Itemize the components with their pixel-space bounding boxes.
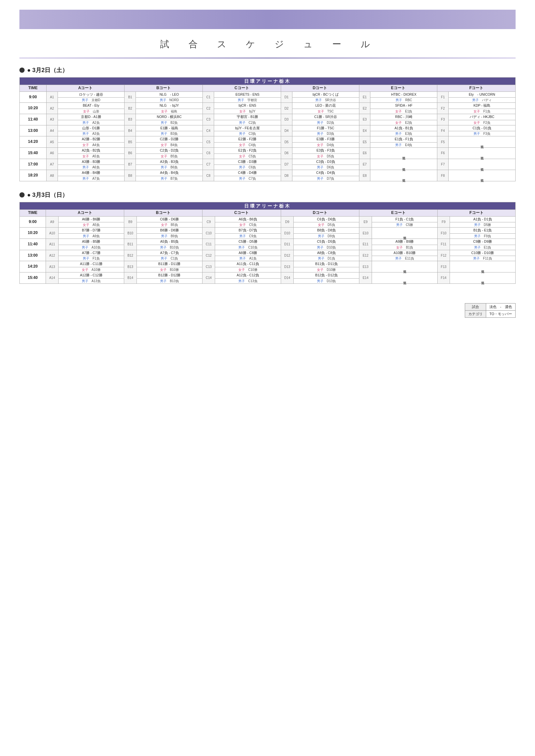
sub-cell: 男子 C13負 xyxy=(215,278,281,284)
match-cell: B8負 - D8負 xyxy=(294,228,359,234)
sub-cell: 男子 D2負 xyxy=(292,120,359,125)
sub-cell: 男子 D10負 xyxy=(294,245,359,250)
sub-cell: 男子 B9負 xyxy=(136,233,202,238)
match-num-cell: F5 xyxy=(437,136,449,148)
sub-cell: 女子 B1負 xyxy=(372,245,437,250)
match-num-cell: D7 xyxy=(281,159,292,170)
match-cell: 京都D - A1勝 xyxy=(58,114,125,120)
sub-cell: 男子 C6負 xyxy=(214,165,281,170)
match-cell: A5勝 - B5勝 xyxy=(58,238,124,245)
sub-cell: 女子 E1負 xyxy=(370,109,437,114)
match-cell: A10勝 - B10勝 xyxy=(372,250,437,256)
legend-table: 試合 淡色 - 濃色 カテゴリ TO・モッパー xyxy=(465,303,516,318)
sub-cell: 男子 D7負 xyxy=(292,176,359,181)
sub-cell: 女子 bjJY xyxy=(214,109,281,114)
match-num-cell: F14 xyxy=(437,272,450,284)
legend-value-cat: TO・モッパー xyxy=(486,310,515,317)
sub-cell: 女子 E2負 xyxy=(370,120,437,125)
sub-cell: 男子 C1負 xyxy=(136,256,202,261)
match-num-cell: C7 xyxy=(203,159,214,170)
match-num-cell: F3 xyxy=(437,114,449,125)
sub-cell: 男子 京都D xyxy=(58,97,125,103)
bullet-dot2 xyxy=(19,192,25,198)
match-cell: BEAT - Ety xyxy=(58,103,125,109)
sub-cell: 男子 A13負 xyxy=(58,278,124,284)
match-num-cell: F1 xyxy=(437,92,449,103)
match-num-cell: B7 xyxy=(125,159,136,170)
sub-cell: 男子 F3負 xyxy=(449,131,516,136)
match-num-cell: C1 xyxy=(203,92,214,103)
legend-label-cat: カテゴリ xyxy=(465,310,486,317)
col-e2: Eコート xyxy=(359,210,437,217)
match-num-cell: F9 xyxy=(437,216,450,228)
match-cell: B11負 - D11負 xyxy=(294,261,359,267)
match-cell: 交流戦 xyxy=(372,228,437,239)
match-cell: 交流戦 xyxy=(449,170,516,181)
sub-cell: 女子 C5負 xyxy=(215,222,281,228)
venue-header-day1: 日環アリーナ栃木 xyxy=(20,78,516,85)
col-time: TIME xyxy=(20,85,46,92)
sub-cell: 男子 E4負 xyxy=(370,142,437,148)
match-num-cell: A9 xyxy=(46,216,59,228)
match-cell: A8勝 - C8勝 xyxy=(215,250,281,256)
match-cell: A9勝 - B9勝 xyxy=(372,238,437,245)
time-cell: 9:00 xyxy=(20,92,46,103)
match-cell: A6勝 - B6勝 xyxy=(58,216,124,222)
match-cell: C2負 - D2負 xyxy=(136,148,203,153)
match-num-cell: B2 xyxy=(125,103,136,114)
match-cell: E3負 - F3負 xyxy=(292,148,359,153)
match-num-cell: D5 xyxy=(281,136,292,148)
match-num-cell: A5 xyxy=(46,136,58,148)
match-num-cell: D11 xyxy=(281,238,294,250)
match-cell: E3勝 - F3勝 xyxy=(292,136,359,143)
match-num-cell: B6 xyxy=(125,148,136,159)
match-num-cell: F4 xyxy=(437,125,449,136)
match-cell: B7負 - D7負 xyxy=(215,228,281,234)
col-e: Eコート xyxy=(359,85,437,92)
sub-cell: 男子 E11負 xyxy=(372,256,437,261)
match-cell: 交流戦 xyxy=(449,148,516,159)
match-num-cell: A11 xyxy=(46,238,59,250)
match-cell: 交流戦 xyxy=(449,159,516,170)
sub-cell: 女子 B5負 xyxy=(136,222,202,228)
col-b: Bコート xyxy=(125,85,203,92)
sub-cell: 男子 B3負 xyxy=(136,131,203,136)
sub-cell: 女子 F2負 xyxy=(449,120,516,125)
header-banner xyxy=(19,10,516,29)
match-cell: C4勝 - D4勝 xyxy=(214,170,281,176)
match-cell: C9勝 - D9勝 xyxy=(450,238,515,245)
match-cell: B11勝 - D11勝 xyxy=(136,261,202,267)
match-num-cell: C11 xyxy=(202,238,215,250)
match-cell: A2勝 - B2勝 xyxy=(58,136,125,143)
time-cell: 15:40 xyxy=(20,148,46,159)
match-num-cell: B1 xyxy=(125,92,136,103)
match-num-cell: C9 xyxy=(202,216,215,228)
match-cell: F1勝 - TSC xyxy=(292,125,359,131)
match-num-cell: E7 xyxy=(359,159,370,170)
sub-cell: 女子 TSC xyxy=(292,109,359,114)
match-cell: A7負 - C7負 xyxy=(136,250,202,256)
match-num-cell: D2 xyxy=(281,103,292,114)
match-cell: B8勝 - D8勝 xyxy=(136,228,202,234)
time-cell: 11:40 xyxy=(20,114,46,125)
match-num-cell: E13 xyxy=(359,261,372,273)
match-cell: 交流戦 xyxy=(449,136,516,148)
match-num-cell: F2 xyxy=(437,103,449,114)
sub-cell: 女子 B5負 xyxy=(136,153,203,159)
match-num-cell: E8 xyxy=(359,170,370,181)
time-cell: 15:40 xyxy=(20,272,46,284)
match-num-cell: B9 xyxy=(124,216,137,228)
sub-cell: 女子 B10勝 xyxy=(136,267,202,272)
sub-cell: 男子 B2負 xyxy=(136,120,203,125)
match-num-cell: E4 xyxy=(359,125,370,136)
day1-table: 日環アリーナ栃木 TIME Aコート Bコート Cコート Dコート Eコート F… xyxy=(19,77,516,181)
match-cell: NLG - LEO xyxy=(136,92,203,97)
match-num-cell: C13 xyxy=(202,261,215,273)
match-num-cell: E3 xyxy=(359,114,370,125)
match-cell: A5負 - B5負 xyxy=(136,238,202,245)
match-cell: RBC - 川崎 xyxy=(370,114,437,120)
match-num-cell: B11 xyxy=(124,238,137,250)
page-title: 試 合 ス ケ ジ ュ ー ル xyxy=(19,32,516,58)
sub-cell: 男子 C7負 xyxy=(214,176,281,181)
match-num-cell: B5 xyxy=(125,136,136,148)
